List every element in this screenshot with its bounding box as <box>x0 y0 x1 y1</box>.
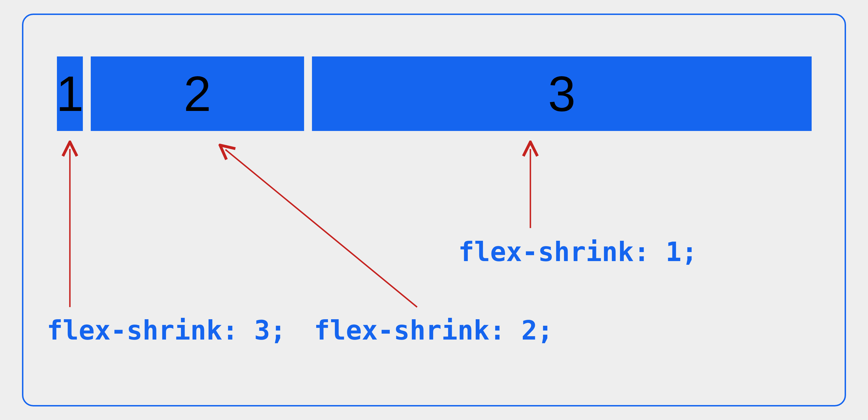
flex-container: 1 2 3 <box>57 56 812 131</box>
flex-item-3: 3 <box>312 56 812 131</box>
flex-item-2: 2 <box>91 56 304 131</box>
flex-item-1: 1 <box>57 56 83 131</box>
